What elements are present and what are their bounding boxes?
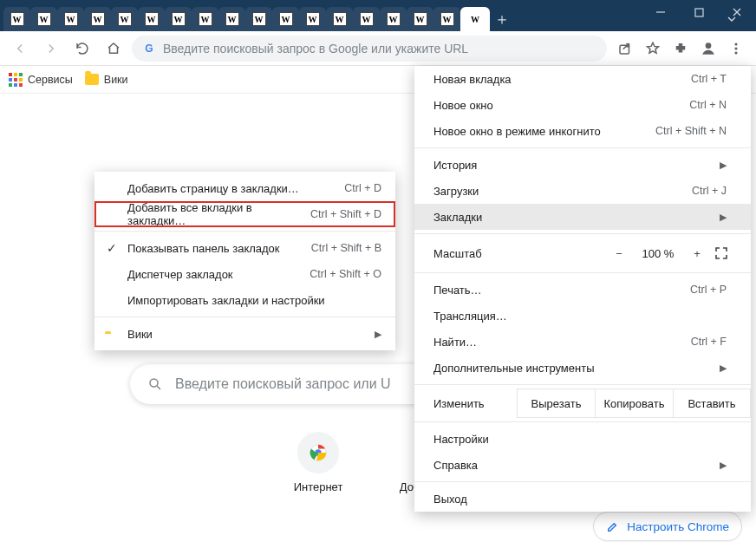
submenu-wiki-folder[interactable]: Вики▶ — [94, 321, 395, 347]
menu-settings[interactable]: Настройки — [414, 426, 751, 452]
maximize-button[interactable] — [680, 0, 718, 24]
extensions-icon[interactable] — [668, 36, 694, 62]
wikipedia-favicon: W — [252, 12, 266, 26]
submenu-separator — [94, 317, 395, 317]
menu-print[interactable]: Печать…Ctrl + P — [414, 277, 751, 303]
wikipedia-favicon: W — [91, 12, 105, 26]
wikipedia-favicon: W — [440, 12, 454, 26]
menu-separator — [414, 147, 751, 148]
back-button[interactable] — [7, 36, 33, 62]
wikipedia-favicon: W — [172, 12, 186, 26]
browser-tab[interactable]: W — [192, 7, 218, 31]
wikipedia-favicon: W — [37, 12, 51, 26]
toolbar: G Введите поисковый запрос в Google или … — [0, 31, 756, 66]
customize-label: Настроить Chrome — [627, 520, 729, 533]
menu-more-tools[interactable]: Дополнительные инструменты▶ — [414, 355, 751, 381]
browser-tab[interactable]: W — [165, 7, 192, 31]
browser-tab[interactable]: W — [299, 7, 326, 31]
wikipedia-favicon: W — [360, 12, 374, 26]
submenu-show-bar[interactable]: ✓Показывать панель закладокCtrl + Shift … — [94, 235, 395, 261]
edit-paste[interactable]: Вставить — [673, 388, 751, 418]
browser-tab[interactable]: W — [138, 7, 165, 31]
browser-tab[interactable]: W — [57, 7, 84, 31]
svg-point-7 — [150, 379, 158, 387]
zoom-out-button[interactable]: − — [605, 247, 633, 260]
folder-icon — [85, 74, 99, 85]
fullscreen-icon[interactable] — [714, 246, 740, 260]
browser-tab[interactable]: W — [380, 7, 407, 31]
apps-shortcut[interactable]: Сервисы — [9, 73, 73, 87]
chevron-right-icon: ▶ — [375, 329, 381, 340]
menu-new-tab[interactable]: Новая вкладкаCtrl + T — [414, 66, 751, 92]
menu-exit[interactable]: Выход — [414, 486, 751, 512]
google-icon: G — [142, 42, 156, 56]
window-controls — [642, 0, 756, 24]
apps-label: Сервисы — [28, 74, 73, 86]
customize-button[interactable]: Настроить Chrome — [593, 512, 742, 541]
menu-zoom: Масштаб − 100 % + — [414, 238, 751, 269]
chevron-right-icon: ▶ — [720, 460, 727, 471]
zoom-value: 100 % — [636, 247, 680, 260]
wikipedia-favicon: W — [64, 12, 78, 26]
browser-tab[interactable]: W — [433, 7, 460, 31]
omnibox-placeholder: Введите поисковый запрос в Google или ук… — [163, 42, 596, 56]
browser-tab[interactable]: W — [353, 7, 380, 31]
ntp-search-placeholder: Введите поисковый запрос или U — [175, 376, 391, 392]
menu-button[interactable] — [723, 36, 749, 62]
zoom-in-button[interactable]: + — [683, 247, 711, 260]
reload-button[interactable] — [69, 36, 95, 62]
menu-find[interactable]: Найти…Ctrl + F — [414, 329, 751, 355]
browser-tab[interactable]: W — [84, 7, 111, 31]
browser-tab[interactable]: W — [460, 7, 490, 31]
submenu-bookmark-page[interactable]: Добавить страницу в закладки…Ctrl + D — [94, 175, 395, 201]
wikipedia-favicon: W — [225, 12, 239, 26]
browser-tab[interactable]: W — [111, 7, 138, 31]
titlebar: WWWWWWWWWWWWWWWWWW＋ — [0, 0, 756, 31]
edit-cut[interactable]: Вырезать — [517, 388, 595, 418]
toolbar-right — [612, 36, 749, 62]
wikipedia-favicon: W — [118, 12, 132, 26]
browser-tab[interactable]: W — [3, 7, 30, 31]
menu-incognito[interactable]: Новое окно в режиме инкогнитоCtrl + Shif… — [414, 118, 751, 144]
forward-button[interactable] — [38, 36, 64, 62]
wikipedia-favicon: W — [467, 11, 483, 27]
browser-tab[interactable]: W — [218, 7, 245, 31]
browser-tab[interactable]: W — [272, 7, 299, 31]
close-button[interactable] — [718, 0, 756, 24]
bookmarks-submenu: Добавить страницу в закладки…Ctrl + D До… — [94, 172, 395, 350]
menu-bookmarks[interactable]: Закладки▶ — [414, 204, 751, 230]
chrome-icon — [297, 432, 339, 473]
svg-point-4 — [734, 42, 737, 45]
menu-downloads[interactable]: ЗагрузкиCtrl + J — [414, 178, 751, 204]
menu-history[interactable]: История▶ — [414, 152, 751, 178]
browser-tab[interactable]: W — [326, 7, 353, 31]
profile-icon[interactable] — [695, 36, 721, 62]
shortcut-web[interactable]: Интернет — [270, 432, 366, 493]
browser-tab[interactable]: W — [30, 7, 57, 31]
share-icon[interactable] — [612, 36, 638, 62]
menu-new-window[interactable]: Новое окноCtrl + N — [414, 92, 751, 118]
menu-help[interactable]: Справка▶ — [414, 452, 751, 478]
main-menu: Новая вкладкаCtrl + T Новое окноCtrl + N… — [414, 66, 751, 512]
edit-copy[interactable]: Копировать — [595, 388, 673, 418]
bookmark-folder-wiki[interactable]: Вики — [85, 74, 128, 86]
chevron-right-icon: ▶ — [720, 212, 727, 223]
browser-tab[interactable]: W — [245, 7, 272, 31]
submenu-manager[interactable]: Диспетчер закладокCtrl + Shift + O — [94, 261, 395, 287]
submenu-import[interactable]: Импортировать закладки и настройки — [94, 287, 395, 313]
shortcut-web-label: Интернет — [294, 480, 343, 493]
browser-tab[interactable]: W — [407, 7, 433, 31]
home-button[interactable] — [101, 36, 127, 62]
omnibox[interactable]: G Введите поисковый запрос в Google или … — [132, 36, 607, 62]
menu-cast[interactable]: Трансляция… — [414, 303, 751, 329]
new-tab-button[interactable]: ＋ — [490, 7, 514, 31]
minimize-button[interactable] — [642, 0, 680, 24]
check-icon: ✓ — [107, 241, 117, 255]
apps-icon — [9, 73, 23, 87]
tab-strip: WWWWWWWWWWWWWWWWWW＋ — [3, 2, 713, 31]
menu-separator — [414, 481, 751, 482]
plus-icon: ＋ — [494, 11, 510, 27]
wikipedia-favicon: W — [387, 12, 401, 26]
star-icon[interactable] — [640, 36, 666, 62]
submenu-bookmark-all[interactable]: Добавить все вкладки в закладки…Ctrl + S… — [94, 201, 395, 227]
